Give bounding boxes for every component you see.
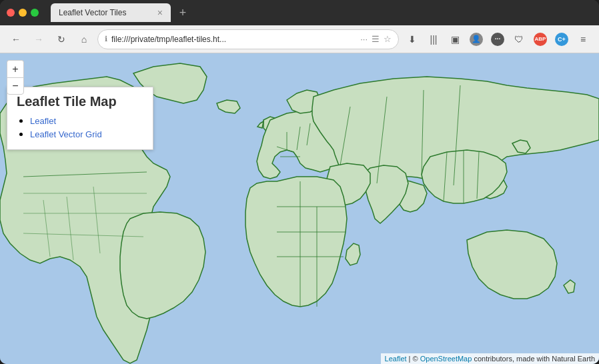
zoom-controls: + −: [7, 60, 24, 95]
more-badge: ···: [491, 33, 504, 46]
active-tab[interactable]: Leaflet Vector Tiles ×: [51, 3, 171, 22]
browser-window: Leaflet Vector Tiles × + ← → ↻ ⌂ ℹ file:…: [0, 0, 599, 364]
map-title: Leaflet Tile Map: [17, 94, 143, 109]
more-icon[interactable]: ···: [360, 34, 368, 44]
tab-close-icon[interactable]: ×: [157, 8, 163, 17]
refresh-button[interactable]: ↻: [52, 30, 71, 49]
traffic-lights: [7, 9, 39, 17]
maximize-button[interactable]: [31, 9, 39, 17]
sidebar-icon[interactable]: ▣: [446, 30, 464, 49]
close-button[interactable]: [7, 9, 15, 17]
osm-attribution-link[interactable]: OpenStreetMap: [420, 355, 472, 363]
address-actions: ··· ☰ ☆: [360, 34, 392, 44]
back-button[interactable]: ←: [7, 30, 25, 49]
address-bar[interactable]: ℹ file:///private/tmp/leaflet-tiles.ht..…: [97, 29, 399, 49]
cplus-badge: C+: [555, 33, 568, 46]
pocket-icon[interactable]: ☰: [372, 34, 380, 44]
forward-button[interactable]: →: [29, 30, 48, 49]
page-content: + − Leaflet Tile Map Leaflet Leaflet Vec…: [0, 53, 599, 364]
toolbar: ← → ↻ ⌂ ℹ file:///private/tmp/leaflet-ti…: [0, 25, 599, 53]
home-button[interactable]: ⌂: [75, 30, 93, 49]
abp-icon[interactable]: ABP: [531, 30, 550, 49]
url-text: file:///private/tmp/leaflet-tiles.ht...: [111, 35, 356, 44]
links-list: Leaflet Leaflet Vector Grid: [17, 115, 143, 140]
security-icon: ℹ: [105, 35, 107, 43]
tab-title: Leaflet Vector Tiles: [59, 8, 152, 17]
bookmark-icon[interactable]: ☆: [384, 34, 392, 44]
list-item: Leaflet Vector Grid: [30, 128, 143, 140]
attribution-rest: contributors, made with Natural Earth: [472, 355, 595, 363]
list-item: Leaflet: [30, 115, 143, 127]
menu-icon[interactable]: ≡: [574, 30, 592, 49]
tabs-bar: Leaflet Vector Tiles × +: [44, 3, 592, 22]
title-bar: Leaflet Vector Tiles × +: [0, 0, 599, 25]
map-attribution: Leaflet | © OpenStreetMap contributors, …: [381, 353, 599, 364]
toolbar-icons: ⬇ ||| ▣ 👤 ··· 🛡 ABP C+ ≡: [403, 30, 592, 49]
zoom-out-button[interactable]: −: [7, 77, 24, 95]
library-icon[interactable]: |||: [424, 30, 443, 49]
map-container[interactable]: + − Leaflet Tile Map Leaflet Leaflet Vec…: [0, 53, 599, 364]
more-tools-icon[interactable]: ···: [488, 30, 507, 49]
leaflet-link[interactable]: Leaflet: [30, 116, 56, 126]
map-info-panel: Leaflet Tile Map Leaflet Leaflet Vector …: [7, 87, 153, 150]
leaflet-attribution-link[interactable]: Leaflet: [385, 355, 407, 363]
zoom-in-button[interactable]: +: [7, 60, 24, 77]
attribution-separator: | ©: [407, 355, 420, 363]
abp-badge: ABP: [534, 33, 547, 46]
minimize-button[interactable]: [19, 9, 27, 17]
new-tab-button[interactable]: +: [173, 3, 192, 22]
account-icon[interactable]: 👤: [467, 30, 486, 49]
cplus-icon[interactable]: C+: [552, 30, 571, 49]
download-icon[interactable]: ⬇: [403, 30, 422, 49]
leaflet-vector-grid-link[interactable]: Leaflet Vector Grid: [30, 129, 102, 139]
vpn-icon[interactable]: 🛡: [510, 30, 528, 49]
